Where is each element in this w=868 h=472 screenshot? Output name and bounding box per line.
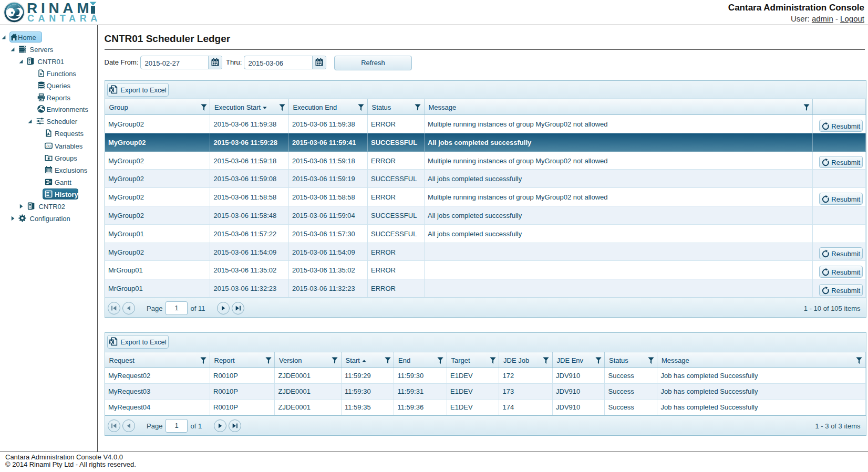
svg-text:(x): (x) [46, 144, 50, 148]
